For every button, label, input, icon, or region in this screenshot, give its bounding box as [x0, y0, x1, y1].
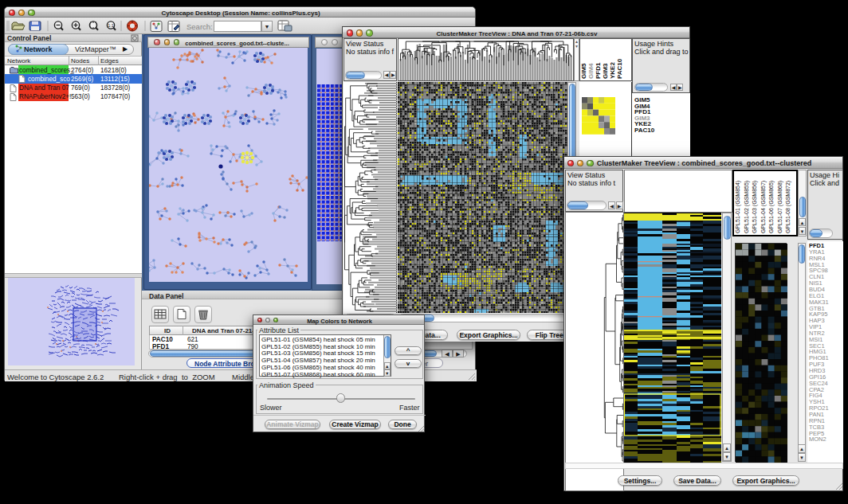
svg-text:GIM3: GIM3 — [602, 63, 609, 79]
svg-text:GPL51-07 (GSM868): GPL51-07 (GSM868) — [777, 181, 783, 233]
svg-text:1:1: 1:1 — [108, 23, 114, 28]
svg-text:PAC10: PAC10 — [616, 58, 623, 79]
svg-text:GPL51-01 (GSM854): GPL51-01 (GSM854) — [735, 181, 741, 233]
svg-text:GPL51-06 (GSM865): GPL51-06 (GSM865) — [768, 181, 775, 233]
svg-text:GIM5: GIM5 — [580, 63, 587, 79]
svg-text:GPL51-08 (GSM872): GPL51-08 (GSM872) — [785, 181, 791, 233]
svg-text:GIM4: GIM4 — [587, 63, 595, 79]
svg-text:YKE2: YKE2 — [609, 62, 616, 79]
svg-text:GPL51-04 (GSM857): GPL51-04 (GSM857) — [760, 181, 767, 233]
svg-text:GPL51-03 (GSM856): GPL51-03 (GSM856) — [752, 181, 758, 233]
svg-text:GPL51-02 (GSM855): GPL51-02 (GSM855) — [744, 181, 750, 233]
svg-text:PFD1: PFD1 — [595, 62, 602, 79]
